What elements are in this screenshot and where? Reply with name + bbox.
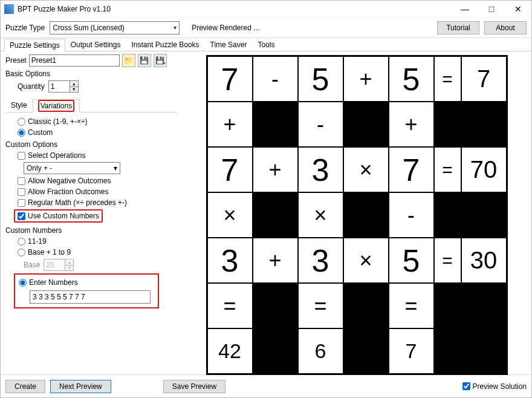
grid-cell: - <box>389 192 434 238</box>
custom-numbers-heading: Custom Numbers <box>5 226 177 235</box>
next-preview-button[interactable]: Next Preview <box>50 380 111 393</box>
subtab-style[interactable]: Style <box>5 99 33 112</box>
puzzle-type-value: Cross Sum (Licensed) <box>53 24 125 32</box>
window-title: BPT Puzzle Maker Pro v1.10 <box>18 5 452 13</box>
custom-radio[interactable]: Custom <box>18 128 53 137</box>
grid-cell: × <box>298 192 343 238</box>
grid-cell: = <box>389 283 434 328</box>
chevron-down-icon: ▾ <box>114 164 117 172</box>
spinner-down-icon[interactable]: ▼ <box>70 87 78 93</box>
enter-numbers-radio[interactable]: Enter Numbers <box>19 278 78 287</box>
grid-cell: 7 <box>461 56 507 102</box>
tab-puzzle-settings[interactable]: Puzzle Settings <box>4 39 65 51</box>
preview-solution-check[interactable]: Preview Solution <box>462 382 527 391</box>
grid-cell: + <box>389 102 434 147</box>
save-preview-button[interactable]: Save Preview <box>163 380 225 393</box>
puzzle-type-combo[interactable]: Cross Sum (Licensed) ▾ <box>50 21 180 34</box>
app-icon <box>4 4 14 14</box>
about-button[interactable]: About <box>484 21 527 34</box>
enter-numbers-input[interactable] <box>30 290 151 304</box>
custom-options-heading: Custom Options <box>5 140 177 149</box>
subtab-variations-label: Variations <box>38 100 74 112</box>
range-11-19-radio[interactable]: 11-19 <box>18 237 47 246</box>
preset-row: Preset 📁 💾 💾+ <box>5 54 177 67</box>
quantity-spinner[interactable]: ▲ ▼ <box>48 80 79 93</box>
base-plus-radio[interactable]: Base + 1 to 9 <box>18 248 71 256</box>
grid-cell <box>461 328 507 374</box>
tutorial-button[interactable]: Tutorial <box>437 21 479 34</box>
grid-cell <box>461 192 507 238</box>
select-ops-check[interactable]: Select Operations <box>18 151 85 160</box>
close-button[interactable]: ✕ <box>505 1 531 18</box>
left-pane: Preset 📁 💾 💾+ Basic Options Quantity ▲ <box>1 51 182 374</box>
folder-icon: 📁 <box>124 56 133 65</box>
spinner-up-icon[interactable]: ▲ <box>70 81 78 87</box>
preview-status: Preview Rendered ... <box>184 24 432 32</box>
grid-cell <box>434 192 461 238</box>
grid-cell: = <box>207 283 253 328</box>
preset-input[interactable] <box>29 54 120 67</box>
quantity-label: Quantity <box>18 82 45 91</box>
grid-cell: 6 <box>298 328 343 374</box>
base-spinner: ▲ ▼ <box>44 259 74 271</box>
grid-cell: 5 <box>298 56 343 102</box>
grid-cell <box>343 192 389 238</box>
tab-instant-puzzle-books[interactable]: Instant Puzzle Books <box>126 38 204 51</box>
tab-output-settings[interactable]: Output Settings <box>65 38 126 51</box>
regular-math-check[interactable]: Regular Math (×÷ precedes +-) <box>18 198 127 207</box>
title-bar: BPT Puzzle Maker Pro v1.10 ― □ ✕ <box>1 1 531 18</box>
save-preset-as-button[interactable]: 💾+ <box>154 54 167 67</box>
chevron-down-icon: ▾ <box>174 24 177 31</box>
footer: Create Next Preview Save Preview Preview… <box>1 374 531 397</box>
grid-cell: 5 <box>389 238 434 283</box>
save-preset-button[interactable]: 💾 <box>138 54 151 67</box>
grid-cell: 7 <box>207 147 253 192</box>
grid-cell <box>434 328 461 374</box>
grid-cell <box>461 102 507 147</box>
preview-pane: 7-5+5=7+-+7+3×7=70××-3+3×5=30===4267 <box>182 51 531 374</box>
grid-cell: 5 <box>389 56 434 102</box>
enter-numbers-block: Enter Numbers <box>14 273 159 308</box>
grid-cell: 42 <box>207 328 253 374</box>
create-button[interactable]: Create <box>5 380 45 393</box>
grid-cell <box>434 102 461 147</box>
save-plus-icon: 💾+ <box>155 56 164 65</box>
quantity-input[interactable] <box>49 81 70 92</box>
grid-cell: 3 <box>298 238 343 283</box>
tab-tools[interactable]: Tools <box>252 38 280 51</box>
grid-cell <box>253 102 298 147</box>
tab-time-saver[interactable]: Time Saver <box>205 38 253 51</box>
main-area: Preset 📁 💾 💾+ Basic Options Quantity ▲ <box>1 51 531 374</box>
open-preset-button[interactable]: 📁 <box>122 54 135 67</box>
grid-cell: 3 <box>207 238 253 283</box>
grid-cell: 7 <box>389 147 434 192</box>
base-label: Base <box>24 261 40 269</box>
allow-frac-check[interactable]: Allow Fraction Outcomes <box>18 188 108 196</box>
grid-cell <box>461 283 507 328</box>
basic-options-heading: Basic Options <box>5 70 177 78</box>
puzzle-type-label: Puzzle Type <box>5 24 45 32</box>
classic-radio[interactable]: Classic (1-9, +-×÷) <box>18 117 88 126</box>
base-row: Base ▲ ▼ <box>24 259 177 271</box>
save-icon: 💾 <box>140 56 149 65</box>
sub-tabstrip: Style Variations <box>5 99 177 113</box>
ops-mode-combo[interactable]: Only + - ▾ <box>24 162 120 174</box>
grid-cell: + <box>207 102 253 147</box>
top-row: Puzzle Type Cross Sum (Licensed) ▾ Previ… <box>1 18 531 38</box>
use-custom-numbers-check[interactable]: Use Custom Numbers <box>18 212 99 220</box>
maximize-button[interactable]: □ <box>478 1 505 18</box>
grid-cell: = <box>298 283 343 328</box>
grid-cell: 30 <box>461 238 507 283</box>
allow-neg-check[interactable]: Allow Negative Outcomes <box>18 177 111 185</box>
cross-sum-grid: 7-5+5=7+-+7+3×7=70××-3+3×5=30===4267 <box>206 55 508 375</box>
minimize-button[interactable]: ― <box>452 1 478 18</box>
preset-label: Preset <box>5 56 27 65</box>
grid-cell: + <box>253 238 298 283</box>
grid-cell <box>343 283 389 328</box>
subtab-variations[interactable]: Variations <box>33 99 80 113</box>
main-tabstrip: Puzzle Settings Output Settings Instant … <box>1 38 531 51</box>
base-input <box>44 259 65 270</box>
grid-cell: = <box>434 56 461 102</box>
grid-cell: 3 <box>298 147 343 192</box>
grid-cell: = <box>434 238 461 283</box>
